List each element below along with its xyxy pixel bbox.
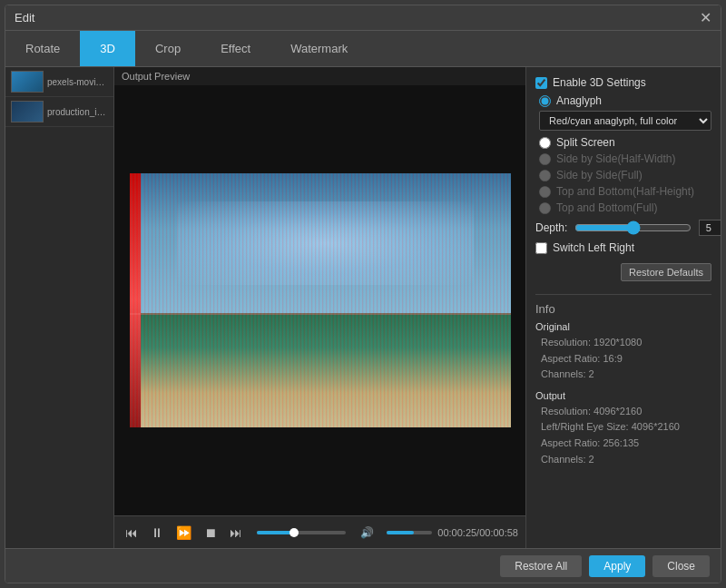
depth-slider[interactable]	[574, 220, 692, 235]
output-channels: Channels: 2	[535, 452, 711, 468]
original-resolution: Resolution: 1920*1080	[535, 335, 711, 351]
video-container	[114, 85, 525, 515]
thumbnail-image-1	[11, 71, 44, 93]
thumbnail-item-2[interactable]: production_id...	[5, 97, 113, 127]
main-content: pexels-movie... production_id... Output …	[5, 67, 721, 548]
depth-label: Depth:	[535, 221, 567, 234]
thumbnail-item-1[interactable]: pexels-movie...	[5, 67, 113, 97]
anaglyph-radio-row: Anaglyph	[539, 94, 711, 107]
title-bar: Edit ✕	[5, 5, 721, 31]
edit-window: Edit ✕ Rotate 3D Crop Effect Watermark p…	[5, 5, 721, 583]
close-button[interactable]: ✕	[700, 9, 711, 26]
anaglyph-radio[interactable]	[539, 95, 551, 107]
enable-3d-label[interactable]: Enable 3D Settings	[553, 76, 646, 89]
video-background	[130, 173, 511, 427]
stop-button[interactable]: ⏹	[201, 524, 221, 542]
switch-left-right-checkbox[interactable]	[535, 242, 547, 254]
time-display: 00:00:25/00:00:58	[437, 527, 518, 538]
volume-icon: 🔊	[357, 524, 378, 541]
controls-bar: ⏮ ⏸ ⏩ ⏹ ⏭ 🔊 00:00:25/00:00:58	[114, 515, 525, 548]
preview-label: Output Preview	[114, 67, 525, 85]
original-title: Original	[535, 321, 711, 332]
tab-effect[interactable]: Effect	[201, 31, 270, 66]
left-sidebar: pexels-movie... production_id...	[5, 67, 114, 548]
bottom-bar: Restore All Apply Close	[5, 548, 721, 583]
play-pause-button[interactable]: ⏸	[147, 524, 167, 542]
close-bottom-button[interactable]: Close	[652, 555, 710, 577]
output-eye-size: Left/Right Eye Size: 4096*2160	[535, 419, 711, 436]
thumbnail-image-2	[11, 101, 44, 122]
top-bottom-half-label: Top and Bottom(Half-Height)	[556, 185, 694, 198]
anaglyph-overlay	[130, 173, 511, 427]
anaglyph-label[interactable]: Anaglyph	[556, 94, 602, 107]
apply-button[interactable]: Apply	[589, 555, 645, 577]
progress-thumb	[289, 528, 299, 537]
progress-filled	[257, 531, 294, 534]
forward-button[interactable]: ⏩	[172, 524, 195, 542]
output-title: Output	[535, 390, 711, 401]
split-screen-label[interactable]: Split Screen	[556, 136, 615, 149]
volume-bar[interactable]	[387, 531, 432, 534]
split-screen-radio[interactable]	[539, 137, 551, 149]
window-title: Edit	[15, 11, 34, 24]
depth-number-input[interactable]	[699, 220, 721, 236]
info-section: Info Original Resolution: 1920*1080 Aspe…	[535, 294, 711, 467]
right-panel: Enable 3D Settings Anaglyph Red/cyan ana…	[525, 67, 721, 548]
info-title: Info	[535, 302, 711, 316]
anaglyph-dropdown[interactable]: Red/cyan anaglyph, full color Red/cyan a…	[539, 111, 711, 131]
original-aspect-ratio: Aspect Ratio: 16:9	[535, 351, 711, 368]
rewind-button[interactable]: ⏮	[122, 524, 142, 542]
thumbnail-label-2: production_id...	[47, 107, 108, 117]
skip-button[interactable]: ⏭	[226, 524, 246, 542]
top-bottom-half-radio	[539, 186, 551, 198]
volume-filled	[387, 531, 414, 534]
progress-bar[interactable]	[257, 531, 346, 534]
tab-rotate[interactable]: Rotate	[5, 31, 80, 66]
half-width-radio	[539, 153, 551, 165]
tab-crop[interactable]: Crop	[135, 31, 201, 66]
original-channels: Channels: 2	[535, 367, 711, 383]
restore-all-button[interactable]: Restore All	[500, 555, 582, 577]
sub-option-full: Side by Side(Full)	[539, 169, 711, 181]
top-bottom-full-label: Top and Bottom(Full)	[556, 201, 657, 214]
tab-3d[interactable]: 3D	[80, 31, 135, 66]
switch-left-right-row: Switch Left Right	[535, 241, 711, 254]
output-resolution: Resolution: 4096*2160	[535, 404, 711, 420]
restore-defaults-button[interactable]: Restore Defaults	[621, 263, 711, 281]
split-screen-group: Split Screen Side by Side(Half-Width) Si…	[535, 136, 711, 214]
half-width-label: Side by Side(Half-Width)	[556, 152, 675, 165]
tab-bar: Rotate 3D Crop Effect Watermark	[5, 31, 721, 67]
full-label: Side by Side(Full)	[556, 169, 643, 181]
enable-3d-checkbox[interactable]	[535, 77, 547, 89]
sub-option-top-bottom-half: Top and Bottom(Half-Height)	[539, 185, 711, 198]
top-bottom-full-radio	[539, 202, 551, 214]
sub-option-half-width: Side by Side(Half-Width)	[539, 152, 711, 165]
output-aspect-ratio: Aspect Ratio: 256:135	[535, 436, 711, 452]
tab-watermark[interactable]: Watermark	[270, 31, 368, 66]
video-preview	[130, 173, 511, 427]
center-panel: Output Preview ⏮ ⏸	[114, 67, 525, 548]
enable-3d-row: Enable 3D Settings	[535, 76, 711, 89]
switch-left-right-label[interactable]: Switch Left Right	[553, 241, 634, 254]
depth-row: Depth:	[535, 220, 711, 236]
thumbnail-label-1: pexels-movie...	[47, 77, 108, 87]
sub-option-top-bottom-full: Top and Bottom(Full)	[539, 201, 711, 214]
split-screen-radio-row: Split Screen	[539, 136, 711, 149]
anaglyph-group: Anaglyph Red/cyan anaglyph, full color R…	[535, 94, 711, 131]
full-radio	[539, 170, 551, 181]
